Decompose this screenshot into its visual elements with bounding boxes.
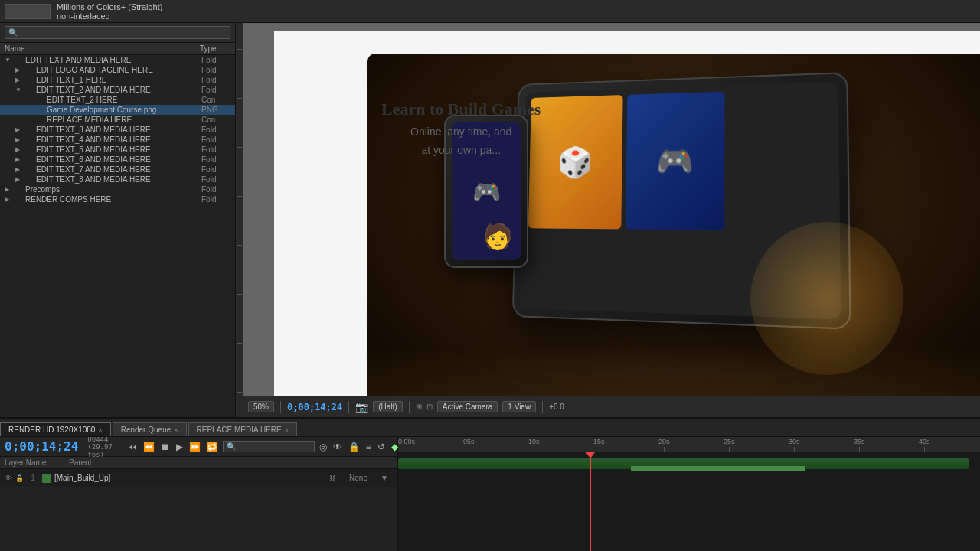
tablet-screen: 🎲 🎮 <box>521 82 841 320</box>
preview-timecode: 0;00;14;24 <box>287 402 342 412</box>
tab-close-1[interactable]: × <box>174 426 178 434</box>
file-item-3[interactable]: EDIT TEXT_1 HEREFold <box>0 75 235 85</box>
file-arrow-13[interactable] <box>15 176 23 183</box>
file-type-11: Fold <box>201 155 232 164</box>
file-item-10[interactable]: EDIT TEXT_5 AND MEDIA HEREFold <box>0 145 235 155</box>
folder-icon-2 <box>23 67 34 74</box>
solo-btn[interactable]: ◎ <box>318 442 328 452</box>
layer-lock-btn[interactable]: 🔒 <box>15 474 24 482</box>
refresh-btn[interactable]: ↺ <box>376 442 387 452</box>
comp-icon-5 <box>34 96 44 104</box>
layer-mode[interactable]: None <box>339 474 377 482</box>
grid-icon[interactable]: ⊞ <box>416 403 422 411</box>
view-count[interactable]: 1 View <box>502 401 536 412</box>
file-arrow-11[interactable] <box>15 156 23 163</box>
file-item-1[interactable]: EDIT TEXT AND MEDIA HEREFold <box>0 55 235 65</box>
file-item-2[interactable]: EDIT LOGO AND TAGLINE HEREFold <box>0 65 235 75</box>
top-bar-info: Millions of Colors+ (Straight) non-inter… <box>57 2 162 21</box>
loop-btn[interactable]: 🔁 <box>205 442 220 452</box>
file-name-13: EDIT TEXT_8 AND MEDIA HERE <box>36 175 201 184</box>
ruler-label-8: 40s <box>919 438 930 445</box>
file-item-12[interactable]: EDIT TEXT_7 AND MEDIA HEREFold <box>0 165 235 174</box>
file-arrow-12[interactable] <box>15 166 23 173</box>
collapse-btn[interactable]: ≡ <box>364 442 373 452</box>
zoom-select[interactable]: 50% <box>248 401 274 412</box>
file-arrow-14[interactable] <box>5 186 12 193</box>
tab-close-0[interactable]: × <box>98 426 102 434</box>
plus-value: +0.0 <box>549 403 564 411</box>
reflection <box>368 344 980 396</box>
file-item-13[interactable]: EDIT TEXT_8 AND MEDIA HEREFold <box>0 174 235 184</box>
layer-visibility-btn[interactable]: 👁 <box>5 474 12 482</box>
layer-link-icon: ⛓ <box>329 474 336 482</box>
ruler-tick-6: 30s <box>789 437 800 452</box>
timecode-info: 00444 (29.97 fps) <box>87 437 119 458</box>
timeline-right: 0:00s05s10s15s20s25s30s35s40s45s <box>398 437 980 551</box>
play-stop-btn[interactable]: ⏹ <box>159 442 172 452</box>
file-type-4: Fold <box>201 86 232 94</box>
header-type: Type <box>200 44 230 53</box>
game-screenshot-1: 🎲 <box>528 95 623 229</box>
file-type-15: Fold <box>201 195 232 204</box>
tab-1[interactable]: Render Queue× <box>113 422 187 436</box>
search-input[interactable] <box>5 26 230 39</box>
file-arrow-10[interactable] <box>15 146 23 153</box>
play-first-btn[interactable]: ⏮ <box>126 442 139 452</box>
layer-mode-arrow[interactable]: ▼ <box>381 474 393 482</box>
preview-content: Learn to Build Games Online, any time, a… <box>274 31 980 396</box>
file-item-6[interactable]: Game Development Course.pngPNG <box>0 105 235 115</box>
folder-icon-10 <box>23 146 34 154</box>
safe-zones-icon[interactable]: ⊡ <box>426 403 433 411</box>
file-item-5[interactable]: EDIT TEXT_2 HERECon <box>0 95 235 105</box>
file-item-7[interactable]: REPLACE MEDIA HERECon <box>0 115 235 125</box>
file-arrow-8[interactable] <box>15 126 23 133</box>
ruler-label-4: 20s <box>658 438 670 445</box>
ruler-tick-2: 10s <box>528 437 540 452</box>
snapshot-btn[interactable]: 📷 <box>355 401 368 413</box>
playhead[interactable] <box>590 452 591 551</box>
resolution-select[interactable]: (Half) <box>373 401 402 412</box>
file-arrow-3[interactable] <box>15 77 23 83</box>
play-next-btn[interactable]: ⏩ <box>188 442 202 452</box>
tab-0[interactable]: RENDER HD 1920X1080× <box>0 422 111 436</box>
file-item-11[interactable]: EDIT TEXT_6 AND MEDIA HEREFold <box>0 155 235 165</box>
track-area[interactable] <box>398 452 980 551</box>
sep4 <box>542 401 543 413</box>
file-item-15[interactable]: RENDER COMPS HEREFold <box>0 194 235 204</box>
file-item-14[interactable]: PrecompsFold <box>0 184 235 194</box>
color-info: Millions of Colors+ (Straight) <box>57 2 162 11</box>
time-ruler: 0:00s05s10s15s20s25s30s35s40s45s <box>398 437 980 452</box>
ruler-label-2: 10s <box>528 438 540 445</box>
file-type-2: Fold <box>201 66 232 74</box>
lock-btn[interactable]: 🔒 <box>347 442 361 452</box>
layer-header: Layer Name Parent <box>0 457 397 469</box>
file-arrow-1[interactable] <box>5 57 12 64</box>
file-name-10: EDIT TEXT_5 AND MEDIA HERE <box>36 145 201 154</box>
tab-close-2[interactable]: × <box>285 426 289 434</box>
file-arrow-9[interactable] <box>15 136 23 143</box>
folder-icon-13 <box>23 176 34 184</box>
play-btn[interactable]: ▶ <box>175 442 185 452</box>
file-item-4[interactable]: EDIT TEXT_2 AND MEDIA HEREFold <box>0 85 235 95</box>
tab-bar: RENDER HD 1920X1080×Render Queue×REPLACE… <box>0 419 980 437</box>
timeline-timecode: 0;00;14;24 <box>5 439 78 454</box>
ruler-label-0: 0:00s <box>398 438 415 445</box>
file-arrow-4[interactable] <box>15 86 23 93</box>
file-name-12: EDIT TEXT_7 AND MEDIA HERE <box>36 165 201 174</box>
ruler-label-1: 05s <box>463 438 475 445</box>
file-arrow-15[interactable] <box>5 196 12 203</box>
tab-2[interactable]: REPLACE MEDIA HERE× <box>188 422 297 436</box>
file-type-13: Fold <box>201 175 232 184</box>
timeline-controls: 0;00;14;24 00444 (29.97 fps) ⏮ ⏪ ⏹ ▶ ⏩ 🔁… <box>0 437 397 457</box>
shy-btn[interactable]: 👁 <box>332 442 344 452</box>
file-item-8[interactable]: EDIT TEXT_3 AND MEDIA HEREFold <box>0 125 235 135</box>
camera-select[interactable]: Active Camera <box>437 401 498 412</box>
play-prev-btn[interactable]: ⏪ <box>142 442 156 452</box>
png-icon-6 <box>34 106 44 114</box>
timeline-search[interactable] <box>223 441 315 452</box>
sep1 <box>280 401 281 413</box>
character-mario: 🧑 <box>482 222 513 251</box>
file-name-15: RENDER COMPS HERE <box>25 195 201 204</box>
file-arrow-2[interactable] <box>15 67 23 73</box>
file-item-9[interactable]: EDIT TEXT_4 AND MEDIA HEREFold <box>0 135 235 145</box>
